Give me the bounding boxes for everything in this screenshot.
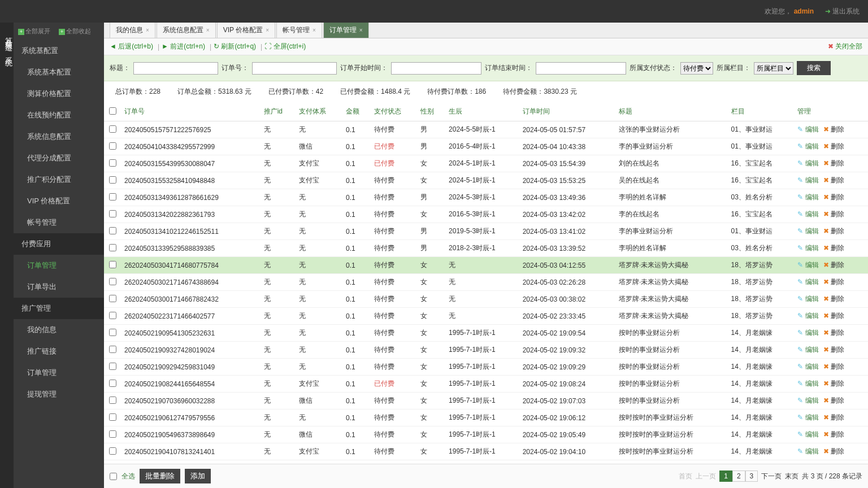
column-header[interactable]: 金额 <box>342 102 371 121</box>
edit-link[interactable]: 编辑 <box>797 176 818 184</box>
edit-link[interactable]: 编辑 <box>797 329 818 337</box>
row-checkbox[interactable] <box>109 210 116 217</box>
menu-item[interactable]: 订单导出 <box>14 276 104 298</box>
edit-link[interactable]: 编辑 <box>797 363 818 371</box>
column-header[interactable]: 支付状态 <box>371 102 418 121</box>
row-checkbox[interactable] <box>109 244 116 251</box>
add-button[interactable]: 添加 <box>185 469 211 483</box>
delete-link[interactable]: 删除 <box>823 227 844 235</box>
column-header[interactable]: 性别 <box>417 102 445 121</box>
menu-item[interactable]: 在线预约配置 <box>14 104 104 126</box>
row-checkbox[interactable] <box>109 176 116 184</box>
starttime-input[interactable] <box>391 62 481 75</box>
menu-item[interactable]: 付费应用 <box>14 233 104 255</box>
row-checkbox[interactable] <box>109 312 116 319</box>
column-header[interactable]: 管理 <box>794 102 868 121</box>
edit-link[interactable]: 编辑 <box>797 447 818 455</box>
delete-link[interactable]: 删除 <box>823 278 844 286</box>
menu-item[interactable]: 推广积分配置 <box>14 169 104 190</box>
row-checkbox[interactable] <box>109 413 116 421</box>
select-all-checkbox[interactable] <box>110 473 117 480</box>
row-checkbox[interactable] <box>109 363 116 370</box>
tab[interactable]: 帐号管理× <box>276 23 322 38</box>
menu-item[interactable]: 系统基配置 <box>14 40 104 62</box>
close-icon[interactable]: × <box>206 27 210 33</box>
menu-item[interactable]: 我的信息 <box>14 319 104 341</box>
delete-link[interactable]: 删除 <box>823 346 844 354</box>
fullscreen-button[interactable]: ⛶ 全屏(ctrl+i) <box>264 42 306 51</box>
menu-item[interactable]: 测算价格配置 <box>14 83 104 104</box>
row-checkbox[interactable] <box>109 159 116 167</box>
table-wrap[interactable]: 订单号推广id支付体系金额支付状态性别生辰订单时间标题栏目管理 20240505… <box>104 102 868 464</box>
logout-link[interactable]: ➜退出系统 <box>825 7 860 16</box>
delete-link[interactable]: 删除 <box>823 430 844 438</box>
page-number[interactable]: 1 <box>719 470 732 482</box>
delete-link[interactable]: 删除 <box>823 244 844 252</box>
menu-item[interactable]: 推广链接 <box>14 341 104 362</box>
column-header[interactable]: 订单时间 <box>519 102 615 121</box>
batch-delete-button[interactable]: 批量删除 <box>140 469 180 483</box>
page-first[interactable]: 首页 <box>679 472 692 481</box>
header-checkbox[interactable] <box>109 107 116 115</box>
delete-link[interactable]: 删除 <box>823 159 844 167</box>
column-select[interactable]: 所属栏目 <box>754 62 793 75</box>
edit-link[interactable]: 编辑 <box>797 312 818 320</box>
menu-item[interactable]: 订单管理 <box>14 362 104 384</box>
tab[interactable]: VIP 价格配置× <box>217 23 275 38</box>
menu-item[interactable]: 系统信息配置 <box>14 126 104 147</box>
edit-link[interactable]: 编辑 <box>797 227 818 235</box>
page-number[interactable]: 2 <box>732 470 745 482</box>
close-icon[interactable]: × <box>359 27 363 33</box>
refresh-button[interactable]: ↻ 刷新(ctrl+q) <box>214 42 256 51</box>
row-checkbox[interactable] <box>109 278 116 285</box>
edit-link[interactable]: 编辑 <box>797 193 818 201</box>
close-icon[interactable]: × <box>313 27 316 33</box>
edit-link[interactable]: 编辑 <box>797 380 818 387</box>
edit-link[interactable]: 编辑 <box>797 278 818 286</box>
expand-all[interactable]: +全部展开 <box>18 28 54 34</box>
tab[interactable]: 订单管理× <box>323 23 369 38</box>
close-all-button[interactable]: ✖关闭全部 <box>828 42 862 51</box>
edit-link[interactable]: 编辑 <box>797 396 818 404</box>
page-number[interactable]: 3 <box>745 470 758 482</box>
tab[interactable]: 我的信息× <box>110 23 155 38</box>
edit-link[interactable]: 编辑 <box>797 142 818 150</box>
menu-item[interactable]: 帐号管理 <box>14 212 104 233</box>
title-input[interactable] <box>133 62 218 75</box>
delete-link[interactable]: 删除 <box>823 261 844 269</box>
menu-item[interactable]: 系统基本配置 <box>14 62 104 83</box>
page-last[interactable]: 末页 <box>785 472 798 481</box>
delete-link[interactable]: 删除 <box>823 176 844 184</box>
edit-link[interactable]: 编辑 <box>797 346 818 354</box>
edit-link[interactable]: 编辑 <box>797 244 818 252</box>
row-checkbox[interactable] <box>109 261 116 268</box>
menu-item[interactable]: 订单管理 <box>14 255 104 276</box>
delete-link[interactable]: 删除 <box>823 447 844 455</box>
edit-link[interactable]: 编辑 <box>797 210 818 218</box>
menu-item[interactable]: 提现管理 <box>14 384 104 405</box>
delete-link[interactable]: 删除 <box>823 125 844 133</box>
column-header[interactable]: 订单号 <box>121 102 261 121</box>
close-icon[interactable]: × <box>266 27 269 33</box>
row-checkbox[interactable] <box>109 125 116 133</box>
edit-link[interactable]: 编辑 <box>797 261 818 269</box>
edit-link[interactable]: 编辑 <box>797 159 818 167</box>
delete-link[interactable]: 删除 <box>823 363 844 371</box>
menu-item[interactable]: 推广管理 <box>14 298 104 319</box>
search-button[interactable]: 搜索 <box>797 61 831 75</box>
delete-link[interactable]: 删除 <box>823 312 844 320</box>
forward-button[interactable]: ► 前进(ctrl+n) <box>162 42 205 51</box>
tab[interactable]: 系统信息配置× <box>157 23 216 38</box>
row-checkbox[interactable] <box>109 447 116 455</box>
delete-link[interactable]: 删除 <box>823 396 844 404</box>
endtime-input[interactable] <box>536 62 626 75</box>
edit-link[interactable]: 编辑 <box>797 125 818 133</box>
edit-link[interactable]: 编辑 <box>797 430 818 438</box>
paystatus-select[interactable]: 待付费 <box>680 62 713 75</box>
delete-link[interactable]: 删除 <box>823 295 844 303</box>
column-header[interactable]: 支付体系 <box>296 102 342 121</box>
row-checkbox[interactable] <box>109 295 116 302</box>
close-icon[interactable]: × <box>146 27 149 33</box>
menu-item[interactable]: VIP 价格配置 <box>14 190 104 212</box>
delete-link[interactable]: 删除 <box>823 142 844 150</box>
